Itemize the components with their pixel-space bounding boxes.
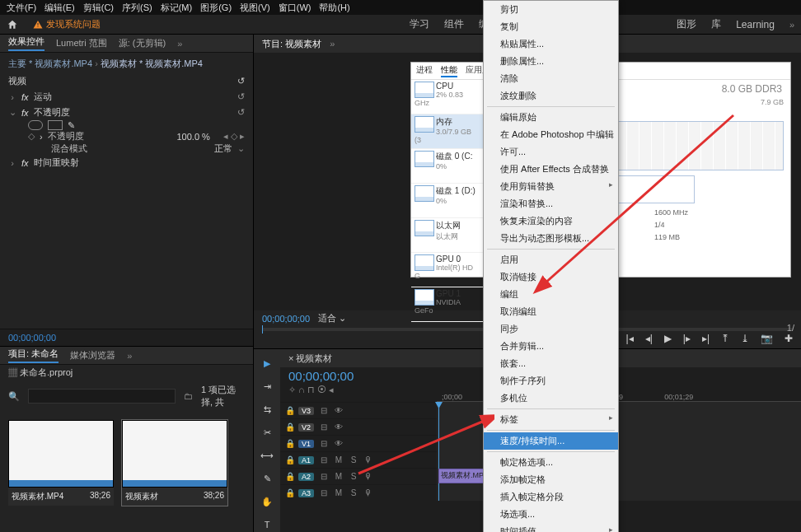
context-menu-item[interactable]: 制作子序列 — [484, 372, 618, 390]
context-menu-item[interactable]: 剪切 — [484, 1, 618, 18]
context-menu-item[interactable]: 恢复未渲染的内容 — [484, 212, 618, 230]
settings-icon[interactable]: ✚ — [785, 333, 793, 344]
context-menu-item[interactable]: 使用 After Effects 合成替换 — [484, 161, 618, 178]
reset-icon[interactable]: ↺ — [237, 76, 245, 86]
program-timecode[interactable]: 00;00;00;00 — [262, 314, 310, 324]
ripple-tool-icon[interactable]: ⇆ — [260, 402, 274, 417]
extract-icon[interactable]: ⤓ — [741, 333, 749, 344]
playhead[interactable] — [438, 402, 439, 501]
menu-item[interactable]: 标记(M) — [161, 2, 193, 14]
panel-overflow-icon[interactable]: » — [177, 39, 182, 49]
tm-sidebar-item[interactable]: 磁盘 1 (D:)0% — [411, 184, 483, 218]
tab-source[interactable]: 源: (无剪辑) — [119, 37, 166, 49]
context-menu-item[interactable]: 取消编组 — [484, 303, 618, 320]
context-menu-item[interactable]: 编辑原始 — [484, 109, 618, 126]
context-menu-item[interactable]: 使用剪辑替换 — [484, 178, 618, 195]
project-search-input[interactable] — [28, 389, 176, 404]
razor-tool-icon[interactable]: ✂ — [260, 425, 274, 440]
context-menu-item[interactable]: 编组 — [484, 286, 618, 303]
menu-item[interactable]: 窗口(W) — [279, 2, 312, 14]
tab-program[interactable]: 节目: 视频素材 — [262, 38, 321, 50]
tm-sidebar-item[interactable]: GPU 0Intel(R) HD G — [411, 253, 483, 287]
menu-item[interactable]: 编辑(E) — [44, 2, 75, 14]
selection-tool-icon[interactable]: ▶ — [260, 356, 274, 371]
tm-sidebar-item[interactable]: CPU2% 0.83 GHz — [411, 80, 483, 114]
context-menu-item[interactable]: 取消链接 — [484, 268, 618, 286]
tm-tab-processes[interactable]: 进程 — [416, 64, 433, 77]
project-item[interactable]: 视频素材.MP438;26 — [8, 420, 114, 506]
top-tab-library[interactable]: 库 — [711, 17, 721, 31]
prev-icon[interactable]: |◂ — [626, 333, 634, 344]
next-icon[interactable]: ▸| — [702, 333, 710, 344]
project-item[interactable]: 视频素材38;26 — [122, 420, 227, 506]
context-menu-item[interactable]: 时间插值 — [484, 523, 618, 532]
track-header[interactable]: 🔒A3⊟MS🎙 — [280, 484, 437, 501]
context-menu-item[interactable]: 标签 — [484, 411, 618, 428]
tm-sidebar-item[interactable]: 磁盘 0 (C:0% — [411, 149, 483, 184]
top-tab-learn[interactable]: 学习 — [410, 17, 429, 31]
overflow-icon[interactable]: » — [789, 20, 794, 30]
step-back-icon[interactable]: ◂| — [645, 333, 653, 344]
context-menu-item[interactable]: 在 Adobe Photoshop 中编辑 — [484, 126, 618, 143]
effect-time-remap[interactable]: ›fx时间重映射 — [8, 155, 245, 170]
context-menu-item[interactable]: 速度/持续时间... — [484, 432, 618, 450]
track-select-tool-icon[interactable]: ⇥ — [260, 379, 274, 394]
track-header[interactable]: 🔒A1⊟MS🎙 — [280, 451, 437, 468]
system-warning[interactable]: 发现系统问题 — [33, 18, 101, 30]
context-menu-item[interactable]: 嵌套... — [484, 355, 618, 372]
context-menu-item[interactable]: 添加帧定格 — [484, 471, 618, 488]
effect-opacity[interactable]: ⌄fx不透明度↺ — [8, 105, 245, 120]
menubar[interactable]: 文件(F)编辑(E)剪辑(C)序列(S)标记(M)图形(G)视图(V)窗口(W)… — [0, 0, 801, 15]
context-menu-item[interactable]: 清除 — [484, 70, 618, 87]
tm-sidebar-item[interactable]: 内存3.0/7.9 GB (3 — [411, 114, 483, 149]
step-fwd-icon[interactable]: |▸ — [683, 333, 691, 344]
blend-mode-row[interactable]: 混合模式正常 ⌄ — [8, 142, 245, 155]
tm-sidebar-item[interactable]: GPU 1NVIDIA GeFo — [411, 287, 483, 322]
track-header[interactable]: 🔒A2⊟MS🎙 — [280, 468, 437, 484]
context-menu-item[interactable]: 插入帧定格分段 — [484, 488, 618, 506]
menu-item[interactable]: 帮助(H) — [319, 2, 349, 14]
slip-tool-icon[interactable]: ⟷ — [260, 448, 274, 463]
menu-item[interactable]: 剪辑(C) — [83, 2, 114, 14]
timeline-timecode[interactable]: 00;00;00;00 — [288, 369, 429, 383]
context-menu-item[interactable]: 许可... — [484, 143, 618, 161]
menu-item[interactable]: 视图(V) — [240, 2, 270, 14]
top-tab-graphics[interactable]: 图形 — [677, 17, 696, 31]
home-icon[interactable] — [7, 19, 18, 30]
bin-icon[interactable]: 🗀 — [184, 391, 193, 401]
effect-timecode[interactable]: 00;00;00;00 — [0, 329, 253, 346]
play-icon[interactable]: ▶ — [664, 333, 672, 344]
effect-motion[interactable]: ›fx运动↺ — [8, 89, 245, 105]
context-menu-item[interactable]: 场选项... — [484, 506, 618, 523]
export-frame-icon[interactable]: 📷 — [761, 333, 773, 344]
context-menu-item[interactable]: 多机位 — [484, 390, 618, 407]
context-menu-item[interactable]: 粘贴属性... — [484, 35, 618, 53]
hand-tool-icon[interactable]: ✋ — [260, 494, 274, 509]
context-menu-item[interactable]: 启用 — [484, 251, 618, 268]
lift-icon[interactable]: ⤒ — [721, 333, 729, 344]
tab-effect-controls[interactable]: 效果控件 — [8, 35, 44, 51]
type-tool-icon[interactable]: T — [260, 517, 274, 532]
context-menu-item[interactable]: 渲染和替换... — [484, 195, 618, 212]
tm-tab-performance[interactable]: 性能 — [441, 64, 457, 77]
menu-item[interactable]: 文件(F) — [7, 2, 36, 14]
tab-sequence[interactable]: × 视频素材 — [288, 352, 332, 365]
context-menu-item[interactable]: 同步 — [484, 320, 618, 338]
tab-project[interactable]: 项目: 未命名 — [8, 348, 59, 363]
menu-item[interactable]: 序列(S) — [122, 2, 152, 14]
track-header[interactable]: 🔒V3⊟👁 — [280, 402, 437, 418]
zoom-fit[interactable]: 适合 ⌄ — [318, 312, 346, 324]
context-menu-item[interactable]: 帧定格选项... — [484, 454, 618, 471]
context-menu[interactable]: 剪切复制粘贴属性...删除属性...清除波纹删除编辑原始在 Adobe Phot… — [483, 0, 619, 532]
menu-item[interactable]: 图形(G) — [200, 2, 232, 14]
pen-tool-icon[interactable]: ✎ — [260, 471, 274, 486]
track-header[interactable]: 🔒V1⊟👁 — [280, 435, 437, 451]
context-menu-item[interactable]: 导出为动态图形模板... — [484, 230, 618, 247]
tab-lumetri[interactable]: Lumetri 范围 — [56, 37, 107, 49]
tm-sidebar-item[interactable]: 以太网以太网 — [411, 218, 483, 253]
track-header[interactable]: 🔒V2⊟👁 — [280, 418, 437, 435]
mask-shapes[interactable]: ✎ — [8, 120, 245, 130]
context-menu-item[interactable]: 合并剪辑... — [484, 338, 618, 355]
timeline-options[interactable]: ✧ ∩ ⊓ ⦿ ◂ — [288, 385, 429, 395]
opacity-value-row[interactable]: ◇›不透明度100.0 %◂ ◇ ▸ — [8, 130, 245, 142]
